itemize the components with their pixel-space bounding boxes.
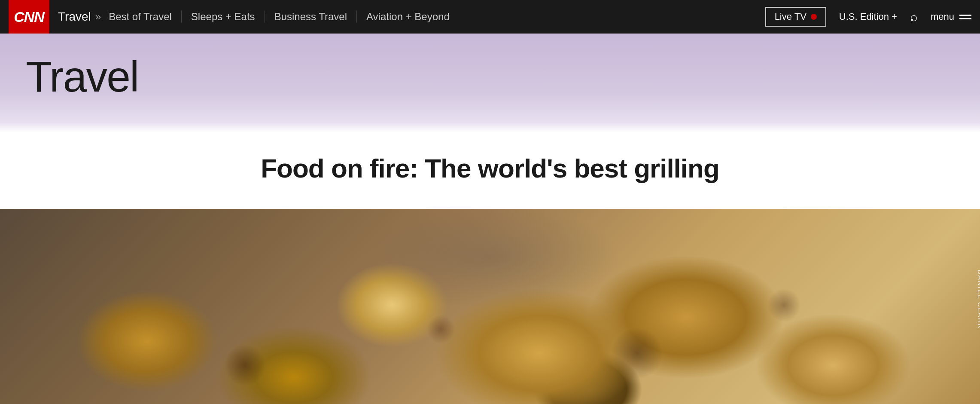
article-image: DANIEL CLARK — [0, 209, 980, 404]
cnn-logo-text: CNN — [14, 9, 44, 25]
nav-links: Travel » Best of Travel Sleeps + Eats Bu… — [58, 10, 765, 24]
hamburger-line-1 — [959, 15, 971, 16]
edition-button[interactable]: U.S. Edition + — [839, 11, 897, 22]
article-image-container: DANIEL CLARK — [0, 209, 980, 404]
live-tv-button[interactable]: Live TV — [765, 7, 826, 27]
menu-button[interactable]: menu — [931, 11, 971, 22]
live-tv-label: Live TV — [775, 11, 807, 22]
article-section: Food on fire: The world's best grilling — [0, 132, 980, 209]
nav-section-label[interactable]: Travel — [58, 10, 91, 24]
cnn-logo[interactable]: CNN — [9, 0, 49, 34]
image-credit: DANIEL CLARK — [976, 269, 980, 329]
nav-chevron: » — [95, 11, 101, 23]
hero-banner: Travel — [0, 34, 980, 132]
hero-title: Travel — [26, 55, 138, 98]
hamburger-line-2 — [959, 18, 971, 19]
nav-right: Live TV U.S. Edition + ⌕ menu — [765, 7, 971, 27]
nav-link-best-of-travel[interactable]: Best of Travel — [109, 11, 181, 23]
nav-link-aviation-beyond[interactable]: Aviation + Beyond — [356, 11, 459, 23]
search-icon[interactable]: ⌕ — [910, 9, 918, 24]
meat-visual — [0, 209, 980, 404]
live-dot — [811, 14, 817, 20]
menu-label: menu — [931, 11, 954, 22]
hamburger-icon — [959, 15, 971, 19]
meat-overlay — [0, 209, 980, 404]
navbar: CNN Travel » Best of Travel Sleeps + Eat… — [0, 0, 980, 34]
nav-link-sleeps-eats[interactable]: Sleeps + Eats — [181, 11, 265, 23]
article-headline[interactable]: Food on fire: The world's best grilling — [189, 154, 791, 183]
nav-link-business-travel[interactable]: Business Travel — [265, 11, 356, 23]
